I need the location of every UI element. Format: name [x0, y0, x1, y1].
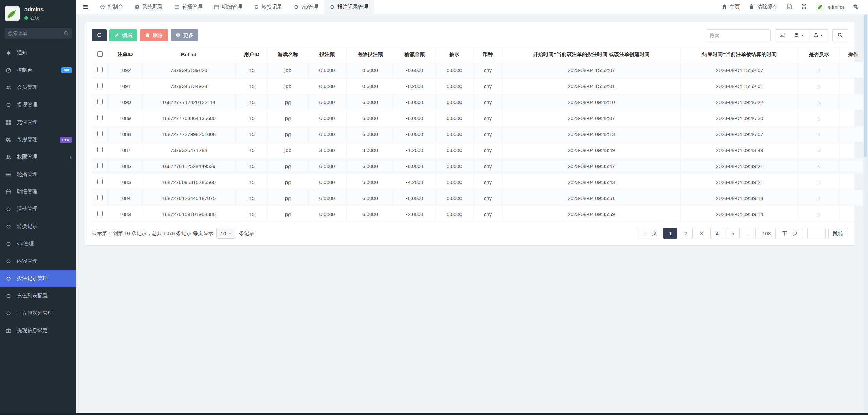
- sidebar-item-16[interactable]: 提现信息绑定: [0, 322, 76, 339]
- tab-3[interactable]: 明细管理: [208, 0, 248, 14]
- tab-2[interactable]: 轮播管理: [169, 0, 208, 14]
- pagination-page-108[interactable]: 108: [758, 228, 776, 239]
- export-button[interactable]: [809, 30, 828, 41]
- table-cell: 7379345134928: [142, 78, 236, 94]
- sidebar-item-0[interactable]: 通知: [0, 44, 76, 62]
- tab-5[interactable]: vip管理: [288, 0, 324, 14]
- circle-icon: [6, 259, 13, 264]
- table-row[interactable]: 1088168727772799825100815pg6.00006.0000-…: [92, 126, 867, 142]
- table-cell: cny: [473, 110, 502, 126]
- column-header[interactable]: 抽水: [435, 47, 473, 62]
- sidebar-item-11[interactable]: vip管理: [0, 235, 76, 252]
- table-row[interactable]: 1092737934513982015jdb0.60000.6000-0.600…: [92, 62, 867, 78]
- table-cell: 1: [799, 78, 839, 94]
- scrollbar[interactable]: [863, 14, 868, 413]
- column-header[interactable]: 币种: [473, 47, 502, 62]
- sidebar-item-5[interactable]: 常规管理new: [0, 131, 76, 148]
- search-button[interactable]: [832, 29, 848, 42]
- row-checkbox[interactable]: [97, 115, 103, 120]
- row-checkbox[interactable]: [97, 83, 103, 88]
- topnav: 控制台系统配置轮播管理明细管理转换记录vip管理投注记录管理 主页 清除缓存 a…: [76, 0, 868, 14]
- table-row[interactable]: 1083168727615910196838615pg6.00006.0000-…: [92, 206, 867, 222]
- row-checkbox[interactable]: [97, 195, 103, 200]
- table-search-input[interactable]: [706, 29, 771, 42]
- pagination-jump-input[interactable]: [807, 228, 826, 239]
- tab-6[interactable]: 投注记录管理: [324, 0, 374, 14]
- sidebar-menu: 通知控制台hot会员管理提现管理充值管理常规管理new权限管理‹轮播管理明细管理…: [0, 42, 76, 339]
- column-header[interactable]: 结束时间=当前注单被结算的时间: [680, 47, 799, 62]
- tab-1[interactable]: 系统配置: [129, 0, 169, 14]
- pagination-page-5[interactable]: 5: [726, 228, 740, 239]
- delete-button[interactable]: 删除: [140, 29, 168, 42]
- home-link[interactable]: 主页: [722, 4, 740, 10]
- table-cell: cny: [473, 190, 502, 206]
- column-header[interactable]: 用户ID: [236, 47, 268, 62]
- page-size-select[interactable]: 10: [216, 228, 236, 239]
- toggle-detail-view-button[interactable]: [775, 30, 789, 41]
- sidebar-search-input[interactable]: [5, 28, 72, 39]
- row-checkbox[interactable]: [97, 99, 103, 104]
- fullscreen-button[interactable]: [801, 4, 807, 10]
- sidebar-item-8[interactable]: 明细管理: [0, 183, 76, 200]
- column-header[interactable]: 有效投注额: [346, 47, 394, 62]
- tab-4[interactable]: 转换记录: [248, 0, 288, 14]
- sidebar-item-3[interactable]: 提现管理: [0, 96, 76, 114]
- sidebar-item-10[interactable]: 转换记录: [0, 218, 76, 235]
- column-header[interactable]: Bet_id: [142, 47, 236, 62]
- table-view-buttons: [775, 29, 828, 42]
- language-button[interactable]: [787, 4, 792, 10]
- columns-button[interactable]: [789, 30, 809, 41]
- scrollbar-thumb[interactable]: [864, 15, 867, 157]
- more-button[interactable]: 更多: [171, 29, 198, 42]
- column-header[interactable]: 操作: [839, 47, 867, 62]
- select-all-checkbox[interactable]: [97, 51, 103, 57]
- sidebar-item-13[interactable]: 投注记录管理: [0, 270, 76, 287]
- pagination-next-button[interactable]: 下一页: [778, 228, 802, 239]
- table-cell: jdb: [268, 62, 308, 78]
- table-row[interactable]: 1090168727771742012211415pg6.00006.0000-…: [92, 94, 867, 110]
- clear-cache-link[interactable]: 清除缓存: [749, 4, 778, 10]
- user-menu[interactable]: admins: [816, 2, 844, 11]
- row-checkbox[interactable]: [97, 67, 103, 72]
- sidebar-item-15[interactable]: 三方游戏列管理: [0, 304, 76, 322]
- column-header[interactable]: 游戏名称: [268, 47, 308, 62]
- refresh-button[interactable]: [92, 29, 107, 42]
- table-row[interactable]: 1087737932547178415jdb3.00003.0000-1.200…: [92, 142, 867, 158]
- table-row[interactable]: 1085168727609531078656015pg6.00006.0000-…: [92, 174, 867, 190]
- table-row[interactable]: 1089168727770386413568015pg6.00006.0000-…: [92, 110, 867, 126]
- row-checkbox[interactable]: [97, 147, 103, 152]
- sidebar-item-14[interactable]: 充值列表配置: [0, 287, 76, 304]
- pagination-ellipsis[interactable]: ...: [742, 228, 756, 239]
- pagination-page-1[interactable]: 1: [663, 228, 677, 239]
- pagination-page-4[interactable]: 4: [710, 228, 724, 239]
- sidebar-item-12[interactable]: 内容管理: [0, 252, 76, 270]
- table-row[interactable]: 1091737934513492815jdb0.60000.6000-0.200…: [92, 78, 867, 94]
- menu-toggle-button[interactable]: [76, 0, 94, 14]
- sidebar-item-2[interactable]: 会员管理: [0, 79, 76, 96]
- pagination-jump-button[interactable]: 跳转: [828, 228, 848, 239]
- sidebar-item-4[interactable]: 充值管理: [0, 114, 76, 131]
- row-checkbox[interactable]: [97, 211, 103, 216]
- row-checkbox[interactable]: [97, 131, 103, 136]
- sidebar-item-7[interactable]: 轮播管理: [0, 166, 76, 183]
- tab-0[interactable]: 控制台: [94, 0, 129, 14]
- table-row[interactable]: 1086168727611252844953915pg6.00006.0000-…: [92, 158, 867, 174]
- row-checkbox[interactable]: [97, 163, 103, 168]
- column-header[interactable]: 投注额: [308, 47, 346, 62]
- table-row[interactable]: 1084168727612644518707515pg6.00006.0000-…: [92, 190, 867, 206]
- edit-button[interactable]: 编辑: [109, 29, 137, 42]
- pagination-prev-button[interactable]: 上一页: [637, 228, 661, 239]
- sidebar-item-1[interactable]: 控制台hot: [0, 62, 76, 79]
- settings-button[interactable]: [853, 4, 858, 10]
- table-cell: 1687276126445187075: [142, 190, 236, 206]
- column-header[interactable]: 注单ID: [108, 47, 142, 62]
- column-header[interactable]: 输赢金额: [394, 47, 435, 62]
- pagination-page-2[interactable]: 2: [679, 228, 693, 239]
- avatar[interactable]: [5, 6, 20, 21]
- column-header[interactable]: 是否反水: [799, 47, 839, 62]
- column-header[interactable]: 开始时间=当前该注单的投注时间 或该注单创建时间: [502, 47, 680, 62]
- sidebar-item-9[interactable]: 活动管理: [0, 200, 76, 218]
- row-checkbox[interactable]: [97, 179, 103, 184]
- pagination-page-3[interactable]: 3: [695, 228, 708, 239]
- sidebar-item-6[interactable]: 权限管理‹: [0, 148, 76, 166]
